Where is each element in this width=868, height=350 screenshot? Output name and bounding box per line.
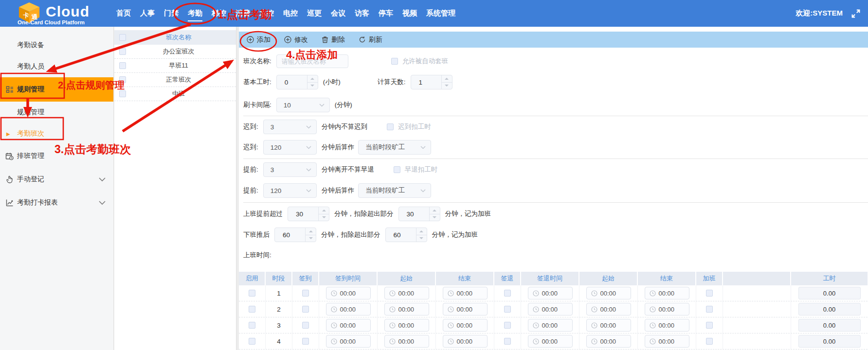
end-time-input[interactable]: 00:00	[443, 335, 488, 348]
early2-absent-select[interactable]: 当前时段旷工	[358, 183, 431, 198]
checkout-time-input[interactable]: 00:00	[528, 319, 573, 332]
checkout-time-input[interactable]: 00:00	[528, 287, 573, 299]
end-time-input[interactable]: 00:00	[443, 287, 488, 299]
period-checkbox[interactable]	[504, 290, 511, 297]
nav-patrol[interactable]: 巡更	[307, 6, 322, 21]
checkin-time-input[interactable]: 00:00	[326, 287, 371, 299]
period-checkbox[interactable]	[706, 338, 713, 345]
ot-after-stepper[interactable]: 60	[274, 228, 316, 242]
start-time-input[interactable]: 00:00	[586, 335, 631, 348]
late-deduct-checkbox[interactable]	[387, 123, 394, 130]
period-checkbox[interactable]	[249, 290, 255, 297]
nav-attendance[interactable]: 考勤	[188, 6, 202, 21]
sidebar-item-manual-registration[interactable]: 手动登记	[0, 168, 113, 191]
sidebar-item-attendance-staff[interactable]: 考勤人员	[0, 56, 113, 77]
add-button[interactable]: 添加	[247, 35, 271, 44]
row-checkbox[interactable]	[119, 76, 126, 83]
ot-after-stepper2[interactable]: 60	[385, 228, 427, 242]
start-time-input[interactable]: 00:00	[586, 303, 631, 315]
nav-access[interactable]: 门禁	[164, 6, 179, 21]
late1-select[interactable]: 3	[263, 120, 317, 134]
sidebar-item-attendance-devices[interactable]: 考勤设备	[0, 35, 113, 56]
stepper-up[interactable]	[307, 75, 318, 83]
chevron-down-icon[interactable]	[99, 199, 106, 207]
checkin-time-input[interactable]: 00:00	[326, 319, 371, 332]
period-checkbox[interactable]	[249, 338, 255, 345]
stepper-down[interactable]	[430, 214, 440, 221]
auto-assign-checkbox[interactable]	[391, 58, 398, 65]
period-checkbox[interactable]	[504, 306, 511, 313]
early2-select[interactable]: 120	[263, 183, 317, 198]
sidebar-item-rules-management[interactable]: 规则管理	[0, 77, 113, 102]
sidebar-item-attendance-report[interactable]: 考勤打卡报表	[0, 191, 113, 214]
end-time-input[interactable]: 00:00	[443, 319, 488, 332]
period-checkbox[interactable]	[249, 322, 255, 329]
sidebar-item-attendance-shifts[interactable]: ▶ 考勤班次	[0, 123, 113, 144]
shift-list-item[interactable]: 早班11	[114, 59, 236, 73]
end-time-input[interactable]: 00:00	[645, 303, 689, 315]
period-checkbox[interactable]	[249, 306, 255, 313]
start-time-input[interactable]: 00:00	[384, 319, 429, 332]
delete-button[interactable]: 删除	[322, 35, 345, 44]
stepper-down[interactable]	[442, 83, 452, 89]
early1-select[interactable]: 3	[263, 162, 317, 177]
stepper-up[interactable]	[416, 228, 427, 235]
shift-list-item[interactable]: 办公室班次	[114, 45, 236, 59]
period-checkbox[interactable]	[302, 322, 309, 329]
stepper-down[interactable]	[307, 83, 318, 89]
refresh-button[interactable]: 刷新	[359, 35, 382, 44]
row-checkbox[interactable]	[119, 62, 126, 69]
nav-system[interactable]: 系统管理	[426, 6, 455, 21]
calc-days-stepper[interactable]: 1	[411, 75, 452, 89]
sidebar-item-rules-sub[interactable]: 规则管理	[0, 102, 113, 123]
nav-meeting[interactable]: 会议	[331, 6, 345, 21]
stepper-up[interactable]	[430, 207, 440, 214]
shift-name-input[interactable]	[276, 54, 348, 68]
checkin-time-input[interactable]: 00:00	[326, 335, 371, 348]
checkout-time-input[interactable]: 00:00	[528, 303, 573, 315]
nav-visitor[interactable]: 访客	[355, 6, 369, 21]
stepper-up[interactable]	[442, 75, 452, 83]
period-checkbox[interactable]	[302, 290, 309, 297]
nav-video[interactable]: 视频	[402, 6, 417, 21]
edit-button[interactable]: 修改	[284, 35, 308, 44]
late2-select[interactable]: 120	[263, 140, 317, 155]
period-checkbox[interactable]	[706, 306, 713, 313]
checkout-time-input[interactable]: 00:00	[528, 335, 573, 348]
nav-elevator[interactable]: 梯控	[212, 6, 226, 21]
period-checkbox[interactable]	[504, 322, 511, 329]
end-time-input[interactable]: 00:00	[645, 287, 689, 299]
start-time-input[interactable]: 00:00	[384, 335, 429, 348]
start-time-input[interactable]: 00:00	[384, 303, 429, 315]
nav-electric[interactable]: 电控	[283, 6, 298, 21]
period-checkbox[interactable]	[706, 322, 713, 329]
period-checkbox[interactable]	[706, 290, 713, 297]
nav-home[interactable]: 首页	[116, 6, 131, 21]
fullscreen-icon[interactable]	[850, 8, 861, 19]
row-checkbox[interactable]	[119, 48, 126, 55]
early-deduct-checkbox[interactable]	[394, 166, 400, 173]
end-time-input[interactable]: 00:00	[443, 303, 488, 315]
late2-absent-select[interactable]: 当前时段旷工	[358, 140, 431, 155]
period-checkbox[interactable]	[302, 306, 309, 313]
stepper-down[interactable]	[306, 235, 316, 242]
nav-water[interactable]: 水控	[259, 6, 274, 21]
select-all-checkbox[interactable]	[119, 34, 126, 41]
stepper-up[interactable]	[306, 228, 316, 235]
end-time-input[interactable]: 00:00	[645, 335, 689, 348]
checkin-time-input[interactable]: 00:00	[326, 303, 371, 315]
shift-list-item[interactable]: 中班	[114, 87, 236, 101]
ot-before-stepper2[interactable]: 30	[398, 207, 440, 221]
stepper-down[interactable]	[416, 235, 427, 242]
nav-consume[interactable]: 消费	[235, 6, 250, 21]
stepper-down[interactable]	[319, 214, 329, 221]
ot-before-stepper[interactable]: 30	[288, 207, 329, 221]
start-time-input[interactable]: 00:00	[586, 287, 631, 299]
sidebar-item-scheduling[interactable]: 排班管理	[0, 144, 113, 168]
start-time-input[interactable]: 00:00	[586, 319, 631, 332]
base-hours-stepper[interactable]: 0	[276, 75, 318, 89]
period-checkbox[interactable]	[302, 338, 309, 345]
period-checkbox[interactable]	[504, 338, 511, 345]
stepper-up[interactable]	[319, 207, 329, 214]
shift-list-item[interactable]: 正常班次	[114, 73, 236, 87]
